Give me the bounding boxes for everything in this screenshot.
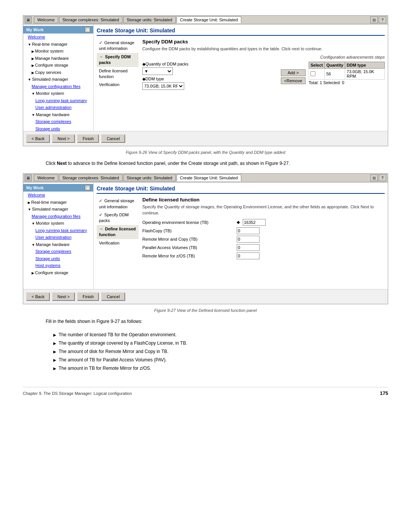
tab-welcome-1[interactable]: Welcome [34,16,58,23]
fill-in-text: Fill in the fields shown in Figure 9-27 … [23,318,388,325]
tab-storage-units-1[interactable]: Storage units: Simulated [123,16,176,23]
sidebar-storage-units-1[interactable]: Storage units [23,125,93,131]
tab-controls-2: ⊟ ? [370,174,386,181]
bullet-item-0: The number of licensed TB for the Operat… [53,331,388,338]
cancel-button-1[interactable]: Cancel [101,134,125,143]
sidebar-copy-1[interactable]: ▶Copy services [23,69,93,76]
sidebar-useradmin-1[interactable]: User administration [23,104,93,111]
next-button-2[interactable]: Next > [52,292,75,301]
license-input-2[interactable] [237,236,260,243]
sidebar-configure-sim-2[interactable]: ▶Configure storage [23,269,93,276]
ddm-left-1: ◆Quantity of DDM packs ▼ ◆DDM type 73.0G… [142,62,278,90]
back-button-2[interactable]: < Back [26,292,50,301]
license-label-2: Remote Mirror and Copy (TB) [142,237,234,241]
license-row-2: Remote Mirror and Copy (TB) [142,236,385,243]
remove-button-1[interactable]: <Remove [281,77,306,84]
sidebar-simulated-1[interactable]: ▼Simulated manager [23,76,93,83]
sidebar-manage-config-2[interactable]: Manage configuration files [23,213,93,220]
ddm-type-label-1: ◆DDM type [142,77,278,81]
tab-welcome-2[interactable]: Welcome [34,174,58,181]
figure2-caption: Figure 9-27 View of the Defined licensed… [23,308,388,313]
tab-storage-complexes-2[interactable]: Storage complexes: Simulated [59,174,123,181]
sidebar-hardware-1[interactable]: ▶Manage hardware [23,55,93,62]
sidebar-title-1: My Work [26,27,44,32]
tab-create-storage-unit-1[interactable]: Create Storage Unit: Simulated [177,16,241,23]
wizard-step-license-1[interactable]: Define licensed function [97,67,139,81]
ddm-buttons-1: Add > <Remove [281,62,306,84]
sidebar-expand-2[interactable]: ◄ [85,185,90,190]
body-text-1: Click Next to advance to the Define lice… [23,160,388,167]
table-cell-qty-1: 56 [325,69,345,80]
sidebar-manage-config-1[interactable]: Manage configuration files [23,83,93,90]
wizard-steps-1: ✓ General storage unit information → Spe… [97,39,139,90]
license-row-3: Parallel Access Volumes (TB) [142,244,385,251]
add-button-1[interactable]: Add > [281,69,306,76]
page-footer: Chapter 9. The DS Storage Manager: Logic… [23,387,388,396]
wizard-step-general-2[interactable]: ✓ General storage unit information [97,197,139,211]
license-row-4: Remote Mirror for z/OS (TB) [142,252,385,259]
wizard-step-general-1[interactable]: ✓ General storage unit information [97,39,139,53]
sidebar-storage-complexes-2[interactable]: Storage complexes [23,248,93,255]
ddm-quantity-select-1[interactable]: ▼ [142,67,173,75]
license-input-4[interactable] [237,252,260,259]
sidebar-realtime-1[interactable]: ▼Real-time manager [23,41,93,48]
bullet-item-1: The quantity of storage covered by a Fla… [53,340,388,347]
wizard-content-1: ✓ General storage unit information → Spe… [97,39,385,90]
table-cell-select-1[interactable] [309,69,325,80]
finish-button-2[interactable]: Finish [77,292,99,301]
sidebar-monitor-sim-2[interactable]: ▼Monitor system [23,220,93,227]
ddm-type-select-1[interactable]: 73.0GB; 15.0K RPM [142,82,184,90]
sidebar-welcome-2[interactable]: Welcome [23,192,93,199]
wizard-step-ddm-1[interactable]: → Specify DDM packs [97,53,139,67]
wizard-step-license-2[interactable]: → Define licensed function [97,225,139,239]
app-icon-2: 🖥 [25,174,32,181]
finish-button-1[interactable]: Finish [77,134,99,143]
tab-controls-1: ⊟ ? [370,16,386,23]
sidebar-monitor-sim-1[interactable]: ▼Monitor system [23,90,93,97]
tab-storage-units-2[interactable]: Storage units: Simulated [123,174,176,181]
license-label-1: FlashCopy (TB) [142,228,234,233]
sidebar-simulated-2[interactable]: ▼Simulated manager [23,206,93,213]
table-row-1: 56 73.0GB; 15.0K RPM [309,69,385,80]
license-label-3: Parallel Access Volumes (TB) [142,245,234,250]
help-btn-1[interactable]: ? [379,16,386,23]
sidebar-hardware-sim-1[interactable]: ▼Manage hardware [23,111,93,118]
sidebar-useradmin-2[interactable]: User administration [23,234,93,241]
sidebar-longtask-2[interactable]: Long running task summary [23,227,93,234]
sidebar-hardware-sim-2[interactable]: ▼Manage hardware [23,241,93,248]
minimize-btn-1[interactable]: ⊟ [370,16,378,23]
sidebar-longtask-1[interactable]: Long running task summary [23,97,93,104]
sidebar-welcome-1[interactable]: Welcome [23,34,93,41]
sidebar-storage-complexes-1[interactable]: Storage complexes [23,118,93,125]
next-button-1[interactable]: Next > [52,134,75,143]
ddm-area-1: ◆Quantity of DDM packs ▼ ◆DDM type 73.0G… [142,62,385,90]
ddm-quantity-label-1: ◆Quantity of DDM packs [142,62,278,67]
sidebar-storage-units-2[interactable]: Storage units [23,255,93,262]
back-button-1[interactable]: < Back [26,134,50,143]
license-input-0[interactable] [243,219,266,226]
sidebar-expand-1[interactable]: ◄ [85,27,90,32]
cancel-button-2[interactable]: Cancel [101,292,125,301]
sidebar-header-2: My Work ◄ [23,184,93,192]
help-btn-2[interactable]: ? [379,174,386,181]
sidebar-host-systems-2[interactable]: Host systems [23,262,93,269]
table-header-qty-1: Quantity [325,62,345,69]
figure2-panel: 🖥 Welcome Storage complexes: Simulated S… [23,173,388,304]
bullet-item-3: The amount of TB for Parallel Access Vol… [53,356,388,363]
sidebar-configure-1[interactable]: ▶Configure storage [23,62,93,69]
wizard-step-verify-2[interactable]: Verification [97,239,139,247]
wizard-step-verify-1[interactable]: Verification [97,81,139,89]
row-checkbox-1[interactable] [311,71,315,76]
tab-bar-2: 🖥 Welcome Storage complexes: Simulated S… [23,174,388,182]
next-emphasis: Next [57,161,67,166]
tab-create-storage-unit-2[interactable]: Create Storage Unit: Simulated [177,174,241,181]
license-input-1[interactable] [237,227,260,234]
minimize-btn-2[interactable]: ⊟ [370,174,378,181]
sidebar-realtime-2[interactable]: ▶Real-time manager [23,199,93,206]
license-input-3[interactable] [237,244,260,251]
sidebar-monitor-1[interactable]: ▶Monitor system [23,48,93,55]
button-bar-1: < Back Next > Finish Cancel [23,131,388,146]
tab-storage-complexes-1[interactable]: Storage complexes: Simulated [59,16,123,23]
wizard-step-ddm-2[interactable]: ✓ Specify DDM packs [97,211,139,225]
ddm-table-area-1: Select Quantity DDM type 56 [309,62,385,85]
